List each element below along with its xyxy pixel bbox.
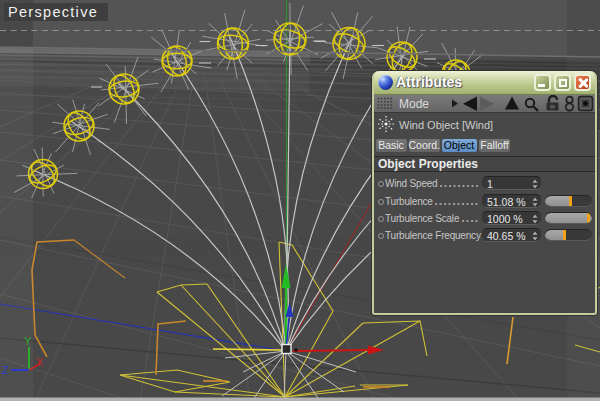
svg-text:X: X: [36, 356, 44, 368]
svg-text:Perspective: Perspective: [8, 4, 98, 20]
